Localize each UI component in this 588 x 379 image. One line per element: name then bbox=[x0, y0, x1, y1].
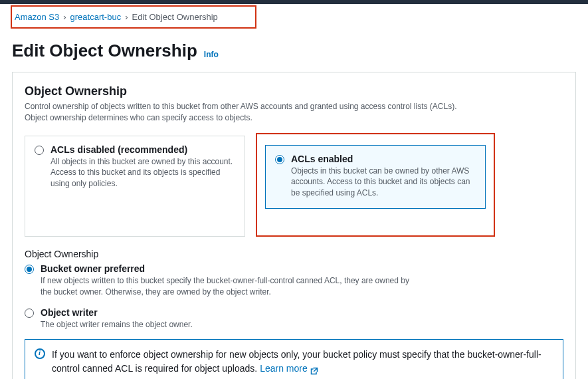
panel-description: Control ownership of objects written to … bbox=[25, 101, 463, 124]
radio-icon bbox=[25, 309, 34, 318]
breadcrumb-bucket-link[interactable]: greatcart-buc bbox=[70, 12, 122, 22]
bucket-owner-preferred-option[interactable]: Bucket owner preferred If new objects wr… bbox=[25, 263, 563, 298]
info-link[interactable]: Info bbox=[204, 50, 219, 61]
top-app-bar bbox=[0, 0, 588, 4]
radio-label: ACLs enabled bbox=[291, 154, 476, 164]
radio-label: ACLs disabled (recommended) bbox=[50, 144, 235, 155]
object-ownership-subgroup: Object Ownership Bucket owner preferred … bbox=[25, 249, 563, 330]
radio-description: The object writer remains the object own… bbox=[41, 319, 193, 330]
acl-radio-group: ACLs disabled (recommended) All objects … bbox=[25, 136, 563, 237]
sub-heading: Object Ownership bbox=[25, 249, 563, 259]
radio-icon bbox=[35, 146, 44, 155]
object-ownership-panel: Object Ownership Control ownership of ob… bbox=[12, 72, 576, 379]
radio-label: Object writer bbox=[41, 307, 193, 318]
radio-icon bbox=[25, 265, 34, 274]
learn-more-link[interactable]: Learn more bbox=[260, 362, 318, 376]
info-icon bbox=[35, 348, 45, 359]
acls-enabled-option[interactable]: ACLs enabled Objects in this bucket can … bbox=[265, 145, 486, 209]
radio-description: If new objects written to this bucket sp… bbox=[41, 275, 413, 298]
info-callout: If you want to enforce object ownership … bbox=[25, 339, 563, 379]
radio-description: All objects in this bucket are owned by … bbox=[50, 156, 235, 190]
page-title: Edit Object Ownership bbox=[12, 41, 197, 61]
acls-disabled-option[interactable]: ACLs disabled (recommended) All objects … bbox=[25, 136, 245, 237]
acls-enabled-highlight: ACLs enabled Objects in this bucket can … bbox=[256, 133, 495, 237]
object-writer-option[interactable]: Object writer The object writer remains … bbox=[25, 307, 563, 330]
breadcrumb-root-link[interactable]: Amazon S3 bbox=[15, 12, 59, 22]
radio-description: Objects in this bucket can be owned by o… bbox=[291, 166, 476, 199]
info-callout-text: If you want to enforce object ownership … bbox=[52, 348, 553, 376]
chevron-right-icon: › bbox=[63, 12, 66, 22]
breadcrumb-highlight: Amazon S3 › greatcart-buc › Edit Object … bbox=[11, 5, 256, 29]
external-link-icon bbox=[310, 365, 318, 373]
panel-title: Object Ownership bbox=[25, 84, 563, 98]
breadcrumb-current: Edit Object Ownership bbox=[132, 12, 217, 22]
breadcrumb: Amazon S3 › greatcart-buc › Edit Object … bbox=[15, 12, 252, 22]
radio-icon bbox=[275, 155, 284, 164]
learn-more-label: Learn more bbox=[260, 362, 308, 376]
page-header: Edit Object Ownership Info bbox=[0, 29, 588, 68]
chevron-right-icon: › bbox=[125, 12, 128, 22]
radio-label: Bucket owner preferred bbox=[41, 263, 413, 274]
